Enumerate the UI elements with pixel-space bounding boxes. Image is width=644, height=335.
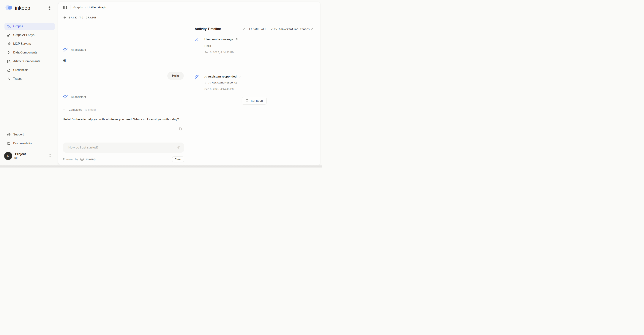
arrow-up-right-icon bbox=[235, 38, 238, 41]
chevron-right-icon bbox=[204, 82, 207, 84]
timeline-events: User sent a message Hello Sep 6, 2025, 4… bbox=[195, 38, 314, 90]
sidebar-item-label: Artifact Components bbox=[13, 60, 40, 63]
sparkles-icon bbox=[63, 94, 68, 100]
activity-timeline-panel: Activity Timeline EXPAND ALL View Conver… bbox=[189, 22, 320, 165]
text-caret bbox=[68, 145, 68, 150]
chat-footer: Powered by inkeep Clear bbox=[63, 156, 184, 162]
key-icon bbox=[7, 33, 10, 37]
event-body: Hello bbox=[204, 44, 314, 48]
book-open-icon bbox=[7, 142, 10, 145]
clear-button-label: Clear bbox=[175, 158, 182, 161]
component-icon bbox=[7, 51, 10, 54]
timeline-event-assistant-response: AI Assistant responded bbox=[195, 75, 314, 90]
powered-by[interactable]: Powered by inkeep bbox=[63, 157, 96, 161]
activity-icon bbox=[7, 77, 10, 81]
sidebar-item-label: Graph API Keys bbox=[13, 33, 34, 37]
sidebar-nav: Graphs Graph API Keys MCP Servers bbox=[4, 23, 55, 82]
open-event-button[interactable] bbox=[235, 38, 238, 41]
avatar: N bbox=[4, 152, 12, 160]
clear-button[interactable]: Clear bbox=[172, 156, 184, 162]
timeline-header: Activity Timeline EXPAND ALL View Conver… bbox=[195, 27, 314, 31]
sidebar-item-data-components[interactable]: Data Components bbox=[4, 49, 55, 56]
user-message-bubble: Hello bbox=[167, 72, 184, 80]
user-icon bbox=[195, 38, 199, 42]
top-bar: Graphs › Untitled Graph bbox=[58, 2, 320, 13]
sidebar-item-label: Graphs bbox=[13, 24, 23, 28]
project-switcher[interactable]: Project ult N bbox=[4, 152, 55, 164]
chat-input-container bbox=[63, 142, 184, 152]
event-title: AI Assistant responded bbox=[204, 75, 237, 78]
event-timestamp: Sep 6, 2025, 4:44:43 PM bbox=[204, 51, 314, 54]
breadcrumb-separator: › bbox=[85, 6, 86, 9]
sidebar-item-label: Credentials bbox=[13, 68, 28, 72]
sidebar-item-traces[interactable]: Traces bbox=[4, 75, 55, 82]
workflow-icon bbox=[7, 24, 10, 28]
window-bottom-edge bbox=[0, 165, 322, 168]
breadcrumb-graphs[interactable]: Graphs bbox=[74, 6, 83, 9]
main-card: Graphs › Untitled Graph BACK TO GRAPH bbox=[58, 2, 320, 165]
lock-icon bbox=[7, 68, 10, 72]
sidebar-item-documentation[interactable]: Documentation bbox=[4, 140, 55, 147]
assistant-message-header: AI assistant bbox=[63, 94, 184, 100]
sidebar-item-credentials[interactable]: Credentials bbox=[4, 66, 55, 74]
inkeep-logo: inkeep bbox=[5, 5, 30, 11]
collapse-timeline-button[interactable] bbox=[242, 28, 245, 30]
sidebar-item-support[interactable]: Support bbox=[4, 131, 55, 138]
refresh-label: REFRESH bbox=[251, 99, 263, 102]
assistant-message: Hi! bbox=[63, 59, 184, 62]
view-conversation-traces-link[interactable]: View Conversation Traces bbox=[270, 28, 314, 30]
sun-icon bbox=[48, 6, 51, 10]
check-icon bbox=[63, 108, 66, 111]
sparkles-icon bbox=[195, 75, 199, 79]
breadcrumb: Graphs › Untitled Graph bbox=[74, 6, 106, 9]
back-to-graph-label: BACK TO GRAPH bbox=[69, 16, 96, 19]
sidebar: inkeep Graphs bbox=[0, 0, 58, 165]
theme-toggle-button[interactable] bbox=[47, 6, 52, 10]
back-to-graph-button[interactable]: BACK TO GRAPH bbox=[63, 16, 96, 19]
library-icon bbox=[7, 60, 10, 63]
copy-icon bbox=[178, 127, 182, 131]
copy-message-button[interactable] bbox=[178, 127, 182, 131]
send-button[interactable] bbox=[176, 145, 180, 150]
breadcrumb-current: Untitled Graph bbox=[88, 6, 106, 9]
divider bbox=[70, 6, 70, 10]
refresh-button[interactable]: REFRESH bbox=[242, 97, 267, 104]
assistant-response-expander[interactable]: AI Assistant Response bbox=[204, 81, 314, 84]
view-traces-label: View Conversation Traces bbox=[270, 28, 310, 30]
sidebar-item-mcp-servers[interactable]: MCP Servers bbox=[4, 40, 55, 47]
powered-by-brand: inkeep bbox=[86, 158, 96, 161]
sidebar-footer-nav: Support Documentation bbox=[4, 131, 55, 147]
assistant-message: Hello! I'm here to help you with whateve… bbox=[63, 117, 184, 122]
sidebar-item-artifact-components[interactable]: Artifact Components bbox=[4, 58, 55, 65]
sidebar-item-label: Support bbox=[13, 133, 24, 136]
sidebar-item-graphs[interactable]: Graphs bbox=[4, 23, 55, 30]
event-title: User sent a message bbox=[204, 38, 233, 41]
sidebar-item-graph-api-keys[interactable]: Graph API Keys bbox=[4, 32, 55, 38]
powered-by-label: Powered by bbox=[63, 158, 78, 161]
sparkles-icon bbox=[63, 47, 68, 52]
chat-input[interactable] bbox=[63, 146, 184, 150]
project-subtitle: ult bbox=[14, 156, 18, 160]
arrow-up-right-icon bbox=[311, 28, 314, 30]
expand-all-button[interactable]: EXPAND ALL bbox=[249, 28, 266, 30]
timeline-title: Activity Timeline bbox=[195, 27, 221, 31]
timeline-connector bbox=[196, 43, 197, 61]
completion-status[interactable]: Completed (3 steps) bbox=[63, 108, 184, 111]
status-steps: (3 steps) bbox=[85, 108, 96, 111]
avatar-initial: N bbox=[7, 154, 10, 158]
timeline-event-user-message: User sent a message Hello Sep 6, 2025, 4… bbox=[195, 38, 314, 54]
inkeep-logomark bbox=[5, 5, 13, 11]
sidebar-toggle-button[interactable] bbox=[63, 5, 67, 10]
assistant-label: AI assistant bbox=[71, 48, 86, 52]
refresh-icon bbox=[246, 99, 248, 102]
open-event-button[interactable] bbox=[238, 75, 242, 78]
event-timestamp: Sep 6, 2025, 4:44:45 PM bbox=[204, 88, 314, 90]
life-buoy-icon bbox=[7, 133, 10, 136]
sidebar-item-label: MCP Servers bbox=[13, 42, 31, 46]
expander-label: AI Assistant Response bbox=[208, 81, 238, 84]
chevron-down-icon bbox=[242, 28, 245, 30]
sidebar-item-label: Documentation bbox=[13, 142, 33, 145]
chat-preview-pane: AI assistant Hi! Hello AI assistant Comp… bbox=[58, 22, 189, 165]
inkeep-mark-icon bbox=[80, 157, 84, 161]
arrow-left-icon bbox=[63, 16, 66, 19]
